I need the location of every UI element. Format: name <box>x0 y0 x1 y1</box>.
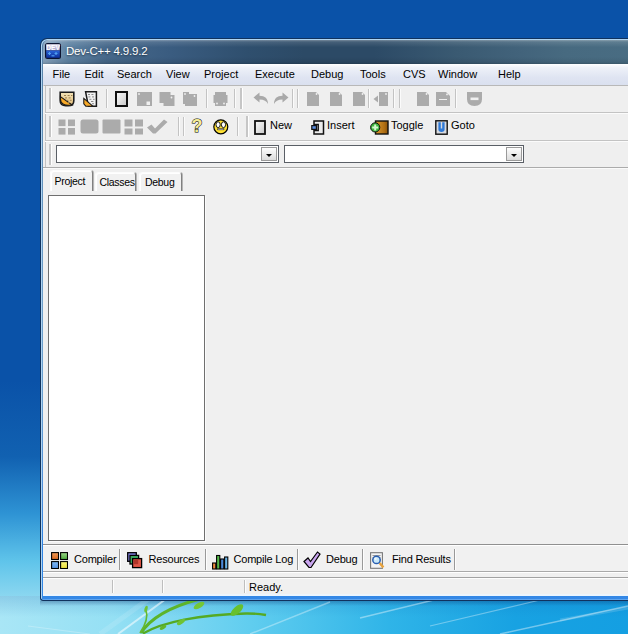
svg-text:?: ? <box>192 117 203 136</box>
svg-text:DEV: DEV <box>46 44 60 51</box>
